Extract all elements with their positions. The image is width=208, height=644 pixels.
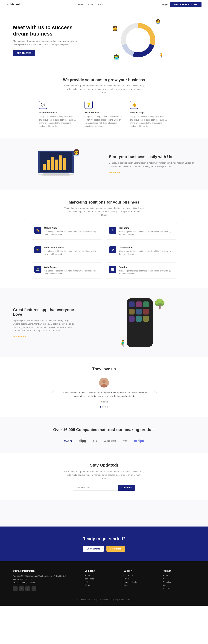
- solution-title-2: Partnership: [130, 111, 169, 114]
- mkt-card-title-3: Optimization: [119, 246, 174, 249]
- login-button[interactable]: Log in: [162, 3, 168, 6]
- mkt-card-title-1: Marketing: [119, 227, 174, 229]
- app-icon-2: [136, 302, 142, 307]
- logo-stripe: stripe: [134, 439, 144, 443]
- mkt-icon-5: 📈: [109, 266, 116, 273]
- solutions-section: We provide solutions to grow your busine…: [0, 68, 208, 138]
- footer-product-link-1[interactable]: VP: [163, 578, 195, 580]
- mkt-icon-1: $: [109, 227, 116, 234]
- logo-brand4: ⊙ brand: [104, 439, 116, 442]
- footer-support-link-2[interactable]: Learning Center: [123, 581, 156, 583]
- svg-rect-14: [43, 174, 69, 175]
- solution-desc-1: Our goal is to help our companies mainta…: [85, 115, 123, 128]
- testimonial-next-button[interactable]: ›: [154, 390, 159, 395]
- testimonial-box: ‹ › Lorem ipsum dolor sit amet consectet…: [55, 378, 153, 408]
- svg-rect-11: [59, 156, 62, 170]
- footer-grid: Contact Information Address: 1110 Finch …: [13, 570, 195, 591]
- nav-about[interactable]: About: [88, 3, 93, 6]
- facebook-icon[interactable]: f: [13, 586, 17, 591]
- footer-company-link-0[interactable]: Home: [85, 574, 117, 577]
- copyright-text: © 2023 Market. All Rights Reserved. Desi…: [13, 598, 195, 601]
- google-icon[interactable]: g: [25, 586, 30, 591]
- company-logos: VISA digg Cs ⊙ brand ~∞ stripe: [13, 439, 195, 443]
- nav-links: Home About Contact: [78, 3, 104, 6]
- mkt-card-desc-5: It is a long established fact that a rea…: [119, 269, 174, 275]
- subscribe-button[interactable]: Subscribe: [118, 485, 135, 491]
- instagram-icon[interactable]: in: [31, 586, 36, 591]
- nav-home[interactable]: Home: [78, 3, 84, 6]
- email-input[interactable]: [73, 485, 118, 491]
- testimonials-section: They love us ‹ › Lorem ipsum dolor sit a…: [0, 357, 208, 417]
- avatar-image: [99, 378, 109, 388]
- footer-product-title: Product: [163, 570, 195, 572]
- dot-3[interactable]: [104, 406, 106, 408]
- svg-rect-12: [63, 158, 66, 170]
- hero-text: Meet with us to success dream business M…: [13, 24, 81, 56]
- stay-updated-title: Stay Updated!: [13, 463, 195, 468]
- solutions-subtitle: Vestibulum ante ipsum primis in faucibus…: [63, 84, 145, 94]
- nav-actions: Log in CREATE FREE ACCOUNT: [162, 2, 202, 7]
- testimonial-prev-button[interactable]: ‹: [49, 390, 54, 395]
- solution-title-0: Global Network: [39, 111, 78, 114]
- footer-contact-title: Contact Information: [13, 570, 78, 572]
- footer-company-link-1[interactable]: Blog Posts: [85, 578, 117, 580]
- features-title: Great features app that everyone Love: [13, 308, 75, 316]
- mkt-card-desc-3: It is a long established fact that a rea…: [119, 250, 174, 256]
- hero-title: Meet with us to success dream business: [13, 24, 81, 37]
- start-biz-learn-more[interactable]: Learn more ›: [109, 171, 122, 173]
- figure-2: 👨‍💻: [114, 54, 119, 60]
- mkt-card-desc-2: It is a long established fact that a rea…: [44, 250, 99, 256]
- cta-buttons: Book a Demo Get Started: [13, 546, 195, 552]
- features-learn-more[interactable]: Learn more ›: [13, 335, 26, 338]
- app-icon-9: [143, 316, 149, 322]
- footer-product-link-4[interactable]: About Us: [163, 588, 195, 590]
- mkt-icon-0: ✏️: [34, 227, 41, 234]
- footer-email: Email: support@info.com: [13, 581, 78, 584]
- footer-bottom: © 2023 Market. All Rights Reserved. Desi…: [13, 596, 195, 601]
- solutions-cards: 💬 Global Network Our goal is to help our…: [13, 101, 195, 128]
- dot-1[interactable]: [100, 406, 101, 408]
- app-icon-1: [129, 302, 134, 307]
- demo-button[interactable]: Book a Demo: [83, 546, 104, 552]
- footer-support-link-0[interactable]: Contact Us: [123, 574, 156, 577]
- footer-company-title: Company: [85, 570, 117, 572]
- figure-4: 🧍: [158, 53, 164, 58]
- app-icon-7: [129, 316, 134, 322]
- person-figure: 👩‍💼: [72, 149, 81, 156]
- svg-rect-8: [47, 160, 50, 170]
- mkt-title: Marketing solutions for your business: [13, 200, 195, 204]
- cta-get-started-button[interactable]: Get Started: [106, 546, 125, 552]
- footer-company-link-3[interactable]: Pricing: [85, 584, 117, 586]
- footer-company-link-2[interactable]: FAQ: [85, 581, 117, 583]
- footer-product-link-0[interactable]: Home: [163, 574, 195, 577]
- cta-title: Ready to get started?: [13, 536, 195, 541]
- footer-support: Support Contact Us Forum Learning Center…: [123, 570, 156, 591]
- logo-text: Market: [10, 3, 20, 6]
- person-figure-2: 🧍‍♂️: [119, 340, 127, 347]
- solutions-title: We provide solutions to grow your busine…: [13, 78, 195, 82]
- app-icon-6: [143, 309, 149, 314]
- start-biz-text: Start your business easily with Us Contr…: [109, 154, 195, 174]
- mkt-card-3: ⚙ Optimization It is a long established …: [106, 243, 177, 259]
- footer-product-link-2[interactable]: Promotion: [163, 581, 195, 583]
- create-account-button[interactable]: CREATE FREE ACCOUNT: [170, 2, 202, 7]
- dot-4[interactable]: [107, 406, 108, 408]
- dot-2[interactable]: [102, 406, 104, 408]
- social-icons: f t g in: [13, 586, 78, 591]
- footer-contact: Contact Information Address: 1110 Finch …: [13, 570, 78, 591]
- get-started-button[interactable]: GET STARTED: [13, 50, 35, 56]
- mkt-card-desc-0: It is a long established fact that a rea…: [44, 230, 99, 236]
- footer-product-link-3[interactable]: Beta: [163, 584, 195, 586]
- svg-point-4: [128, 30, 148, 50]
- footer-support-title: Support: [123, 570, 156, 572]
- nav-contact[interactable]: Contact: [97, 3, 104, 6]
- twitter-icon[interactable]: t: [19, 586, 24, 591]
- testimonial-quote: Lorem ipsum dolor sit amet consectetur a…: [55, 391, 153, 398]
- footer-support-link-1[interactable]: Forum: [123, 578, 156, 580]
- mkt-card-title-2: Web Development: [44, 246, 99, 249]
- mkt-card-title-5: Emailing: [119, 266, 174, 268]
- mkt-grid: ✏️ Mobile Apps It is a long established …: [31, 223, 177, 279]
- footer-support-link-3[interactable]: Help: [123, 584, 156, 586]
- marketing-solutions-section: Marketing solutions for your business Ve…: [0, 190, 208, 288]
- svg-point-16: [102, 380, 106, 384]
